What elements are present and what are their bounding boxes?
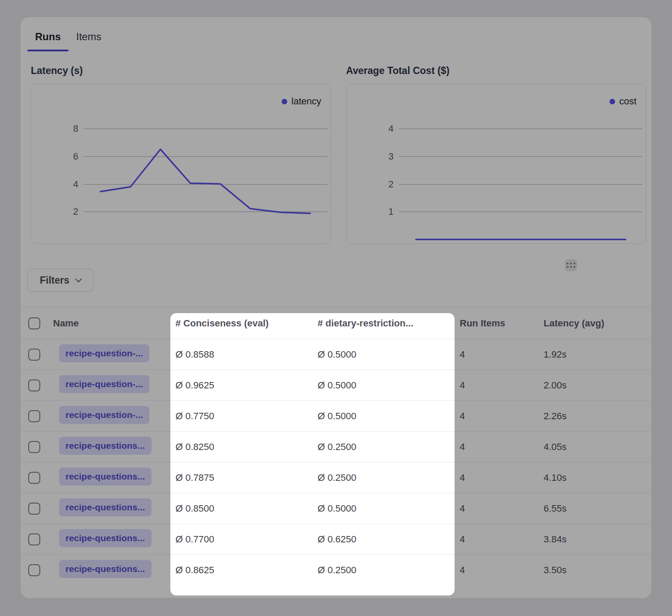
run-items-count: 4 [455, 411, 538, 422]
tab-items[interactable]: Items [68, 28, 109, 51]
select-all-checkbox[interactable] [28, 317, 40, 329]
latency-avg: 6.55s [538, 503, 651, 514]
table-row[interactable]: recipe-question-... Ø 0.9625 Ø 0.5000 4 … [21, 370, 651, 400]
y-tick-label: 1 [379, 207, 394, 216]
dietary-restriction-score: Ø 0.5000 [312, 349, 455, 360]
cost-chart: cost 1234 [346, 83, 647, 244]
row-checkbox[interactable] [28, 379, 40, 391]
latency-chart-title: Latency (s) [31, 65, 331, 77]
row-checkbox[interactable] [28, 503, 40, 515]
charts-row: Latency (s) latency 2468 Average Total C… [21, 65, 651, 244]
run-items-count: 4 [455, 441, 538, 453]
latency-avg: 4.10s [538, 472, 651, 483]
row-checkbox[interactable] [28, 564, 40, 576]
filters-button[interactable]: Filters [27, 269, 93, 292]
row-checkbox[interactable] [28, 441, 40, 453]
runs-table: Name # Conciseness (eval) # dietary-rest… [21, 307, 651, 585]
legend-dot-icon [610, 99, 615, 104]
drag-handle-dots-icon [566, 262, 576, 268]
run-name-badge[interactable]: recipe-questions... [59, 529, 152, 547]
conciseness-score: Ø 0.8588 [170, 349, 312, 360]
column-header-run-items[interactable]: Run Items [455, 318, 538, 329]
column-header-dietary[interactable]: # dietary-restriction... [312, 318, 455, 329]
table-row[interactable]: recipe-questions... Ø 0.8625 Ø 0.2500 4 … [21, 554, 651, 585]
latency-avg: 2.26s [538, 411, 651, 422]
run-name-badge[interactable]: recipe-questions... [59, 498, 152, 516]
run-name-badge[interactable]: recipe-questions... [59, 437, 152, 455]
run-name-badge[interactable]: recipe-question-... [59, 375, 149, 393]
legend-label: cost [619, 96, 636, 107]
table-header-row: Name # Conciseness (eval) # dietary-rest… [21, 307, 651, 339]
y-tick-label: 4 [379, 124, 394, 133]
filters-button-label: Filters [40, 275, 69, 286]
table-row[interactable]: recipe-question-... Ø 0.8588 Ø 0.5000 4 … [21, 339, 651, 370]
dietary-restriction-score: Ø 0.5000 [312, 503, 455, 514]
y-tick-label: 2 [64, 207, 78, 216]
cost-chart-section: Average Total Cost ($) cost 1234 [346, 65, 647, 244]
filters-bar: Filters [27, 269, 651, 292]
dietary-restriction-score: Ø 0.5000 [312, 380, 455, 391]
y-tick-label: 4 [64, 180, 78, 189]
latency-avg: 3.84s [538, 534, 651, 545]
dietary-restriction-score: Ø 0.6250 [312, 534, 455, 545]
cost-chart-title: Average Total Cost ($) [346, 65, 647, 77]
table-row[interactable]: recipe-questions... Ø 0.7700 Ø 0.6250 4 … [21, 524, 651, 554]
column-header-latency[interactable]: Latency (avg) [538, 318, 651, 329]
conciseness-score: Ø 0.8250 [170, 441, 312, 453]
table-row[interactable]: recipe-questions... Ø 0.8250 Ø 0.2500 4 … [21, 431, 651, 462]
run-name-badge[interactable]: recipe-question-... [59, 344, 149, 362]
dietary-restriction-score: Ø 0.5000 [312, 411, 455, 422]
row-checkbox[interactable] [28, 472, 40, 484]
dietary-restriction-score: Ø 0.2500 [312, 565, 455, 576]
row-checkbox[interactable] [28, 533, 40, 545]
row-checkbox[interactable] [28, 349, 40, 361]
conciseness-score: Ø 0.8500 [170, 503, 312, 514]
chart-line [83, 111, 327, 240]
run-items-count: 4 [455, 349, 538, 360]
table-row[interactable]: recipe-questions... Ø 0.8500 Ø 0.5000 4 … [21, 493, 651, 524]
y-tick-label: 2 [379, 180, 394, 189]
run-name-badge[interactable]: recipe-questions... [59, 560, 152, 578]
conciseness-score: Ø 0.9625 [170, 380, 312, 391]
latency-avg: 4.05s [538, 441, 651, 453]
run-items-count: 4 [455, 565, 538, 576]
conciseness-score: Ø 0.8625 [170, 565, 312, 576]
tab-runs[interactable]: Runs [27, 28, 68, 51]
latency-avg: 2.00s [538, 380, 651, 391]
latency-legend[interactable]: latency [282, 96, 321, 107]
chevron-down-icon [75, 275, 82, 282]
latency-chart: latency 2468 [31, 83, 331, 244]
tab-bar: Runs Items [21, 17, 651, 51]
run-name-badge[interactable]: recipe-question-... [59, 406, 149, 424]
run-name-badge[interactable]: recipe-questions... [59, 468, 152, 486]
run-items-count: 4 [455, 503, 538, 514]
latency-plot: 2468 [83, 111, 327, 240]
legend-label: latency [291, 96, 321, 107]
runs-panel: Runs Items Latency (s) latency 2468 Aver… [21, 17, 651, 598]
latency-avg: 3.50s [538, 565, 651, 576]
conciseness-score: Ø 0.7875 [170, 472, 312, 483]
latency-chart-section: Latency (s) latency 2468 [31, 65, 331, 244]
run-items-count: 4 [455, 534, 538, 545]
column-header-conciseness[interactable]: # Conciseness (eval) [170, 318, 312, 329]
table-row[interactable]: recipe-question-... Ø 0.7750 Ø 0.5000 4 … [21, 400, 651, 431]
table-row[interactable]: recipe-questions... Ø 0.7875 Ø 0.2500 4 … [21, 462, 651, 493]
y-tick-label: 8 [64, 124, 78, 133]
cost-plot: 1234 [399, 111, 643, 240]
table-body: recipe-question-... Ø 0.8588 Ø 0.5000 4 … [21, 339, 651, 585]
drag-handle[interactable] [565, 259, 577, 271]
run-items-count: 4 [455, 472, 538, 483]
cost-legend[interactable]: cost [610, 96, 636, 107]
latency-avg: 1.92s [538, 349, 651, 360]
y-tick-label: 3 [379, 152, 394, 161]
run-items-count: 4 [455, 380, 538, 391]
legend-dot-icon [282, 99, 287, 104]
conciseness-score: Ø 0.7750 [170, 411, 312, 422]
y-tick-label: 6 [64, 152, 78, 161]
dietary-restriction-score: Ø 0.2500 [312, 441, 455, 453]
chart-line [399, 111, 643, 240]
column-header-name[interactable]: Name [48, 318, 170, 329]
dietary-restriction-score: Ø 0.2500 [312, 472, 455, 483]
conciseness-score: Ø 0.7700 [170, 534, 312, 545]
row-checkbox[interactable] [28, 410, 40, 422]
